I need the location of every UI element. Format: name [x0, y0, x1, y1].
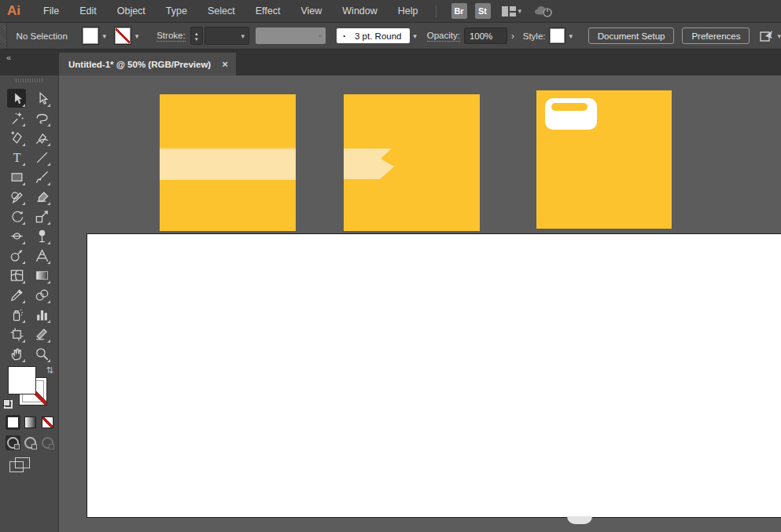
align-options-button[interactable]: ▾	[759, 29, 781, 43]
yellow-square-card[interactable]	[536, 90, 672, 229]
stroke-weight-label[interactable]: Stroke:	[157, 31, 185, 42]
draw-inside-button	[40, 435, 55, 450]
rectangle-tool[interactable]	[7, 167, 26, 186]
eraser-tool[interactable]	[32, 187, 51, 206]
gradient-button[interactable]	[23, 415, 38, 430]
pen-tool[interactable]	[7, 128, 26, 147]
brush-definition-dropdown[interactable]: • 3 pt. Round	[337, 28, 409, 43]
preferences-button[interactable]: Preferences	[682, 28, 750, 44]
style-dropdown-button[interactable]: ▾	[565, 28, 577, 44]
menu-edit[interactable]: Edit	[69, 6, 107, 17]
selection-status: No Selection	[17, 31, 68, 41]
fill-color-dropdown-button[interactable]: ▾	[99, 28, 110, 44]
menu-select[interactable]: Select	[197, 6, 245, 17]
yellow-square-ribbon[interactable]	[344, 94, 480, 231]
document-tab[interactable]: Untitled-1* @ 50% (RGB/Preview) ×	[59, 53, 236, 75]
opacity-expand-button[interactable]: ›	[507, 28, 518, 44]
document-setup-button[interactable]: Document Setup	[588, 28, 675, 44]
blend-tool[interactable]	[32, 285, 51, 304]
artboard-tool[interactable]	[7, 325, 26, 343]
collapse-panel-icon[interactable]: «	[6, 53, 9, 62]
style-swatch[interactable]	[549, 28, 565, 44]
zoom-tool[interactable]	[32, 344, 51, 363]
curvature-tool[interactable]	[32, 128, 51, 147]
stroke-color-dropdown-button[interactable]: ▾	[131, 28, 142, 44]
chevron-down-icon: ▾	[569, 32, 573, 40]
tools-panel-header: «	[0, 50, 59, 75]
yellow-square-band[interactable]	[160, 94, 296, 231]
opacity-input[interactable]: 100%	[464, 28, 507, 44]
cc-sync-icon[interactable]	[534, 5, 554, 17]
gradient-tool[interactable]	[32, 266, 51, 284]
chevron-down-icon: ▾	[241, 32, 245, 40]
align-icon	[759, 29, 775, 43]
eyedropper-tool[interactable]	[7, 285, 26, 304]
menu-window[interactable]: Window	[332, 6, 387, 17]
mesh-tool[interactable]	[7, 266, 26, 284]
adobe-stock-button[interactable]: St	[475, 3, 491, 19]
direct-selection-tool[interactable]	[32, 89, 51, 108]
scale-tool[interactable]	[32, 207, 51, 226]
document-tab-bar: « Untitled-1* @ 50% (RGB/Preview) ×	[0, 50, 781, 75]
type-tool[interactable]: T	[7, 148, 26, 167]
brush-preview-dot: •	[343, 32, 345, 39]
color-button[interactable]	[6, 415, 20, 430]
swap-fill-stroke-icon[interactable]: ⇄	[45, 366, 55, 373]
chevron-down-icon: ▾	[135, 32, 139, 40]
screen-mode-icon	[9, 461, 24, 472]
perspective-grid-tool[interactable]	[32, 246, 51, 265]
go-to-bridge-button[interactable]: Br	[451, 3, 467, 19]
shape-builder-tool[interactable]	[7, 246, 26, 265]
default-fill-stroke-icon[interactable]	[3, 399, 13, 409]
brush-definition-chevron-button[interactable]: ▾	[410, 28, 421, 44]
close-tab-icon[interactable]: ×	[222, 58, 228, 70]
selection-tool[interactable]	[7, 89, 26, 108]
control-bar: No Selection ▾ ▾ Stroke: ▴ ▾ ▾ ▾ • 3 pt.…	[0, 23, 781, 50]
draw-normal-button[interactable]	[6, 435, 20, 450]
column-graph-tool[interactable]	[32, 305, 51, 324]
width-tool[interactable]	[7, 226, 26, 245]
paintbrush-tool[interactable]	[32, 167, 51, 186]
artboard	[87, 233, 781, 518]
stepper-up-icon[interactable]: ▴	[195, 31, 198, 36]
menu-help[interactable]: Help	[388, 6, 429, 17]
rotate-tool[interactable]	[7, 207, 26, 226]
canvas-area[interactable]	[59, 75, 781, 532]
puppet-warp-tool[interactable]	[32, 226, 51, 245]
draw-behind-button[interactable]	[23, 435, 38, 450]
style-label: Style:	[523, 31, 546, 41]
illustrator-window: Ai FileEditObjectTypeSelectEffectViewWin…	[0, 0, 781, 532]
stroke-weight-stepper[interactable]: ▴ ▾	[190, 27, 203, 45]
brush-definition-value: 3 pt. Round	[355, 31, 401, 41]
panel-grip[interactable]	[0, 23, 7, 49]
none-button[interactable]	[40, 415, 55, 430]
workspace-switcher-button[interactable]: ▾	[502, 6, 522, 17]
menu-object[interactable]: Object	[107, 6, 156, 17]
stroke-color-swatch[interactable]	[114, 27, 131, 45]
opacity-label[interactable]: Opacity:	[427, 31, 460, 42]
fill-indicator[interactable]	[8, 366, 36, 394]
chevron-down-icon: ▾	[413, 32, 417, 40]
menu-effect[interactable]: Effect	[245, 6, 291, 17]
stepper-down-icon[interactable]: ▾	[195, 36, 198, 42]
menu-file[interactable]: File	[33, 6, 69, 17]
stroke-weight-dropdown[interactable]: ▾	[204, 27, 249, 45]
cream-ribbon[interactable]	[344, 94, 480, 231]
menu-type[interactable]: Type	[156, 6, 197, 17]
symbol-sprayer-tool[interactable]	[7, 305, 26, 324]
fill-color-swatch[interactable]	[82, 27, 99, 45]
document-tab-title: Untitled-1* @ 50% (RGB/Preview)	[68, 60, 211, 69]
change-screen-mode-button[interactable]	[9, 457, 30, 473]
cream-band[interactable]	[160, 148, 296, 180]
tools-panel: T ⇄	[0, 75, 59, 532]
menu-view[interactable]: View	[290, 6, 332, 17]
pencil-tool[interactable]	[7, 187, 26, 206]
chevron-down-icon: ▾	[518, 7, 522, 15]
hand-tool[interactable]	[7, 344, 26, 363]
light-ellipse-shape[interactable]	[567, 516, 592, 524]
slice-tool[interactable]	[32, 325, 51, 343]
line-segment-tool[interactable]	[32, 148, 51, 167]
magic-wand-tool[interactable]	[7, 108, 26, 127]
tools-panel-grip[interactable]	[16, 79, 42, 83]
lasso-tool[interactable]	[32, 108, 51, 127]
